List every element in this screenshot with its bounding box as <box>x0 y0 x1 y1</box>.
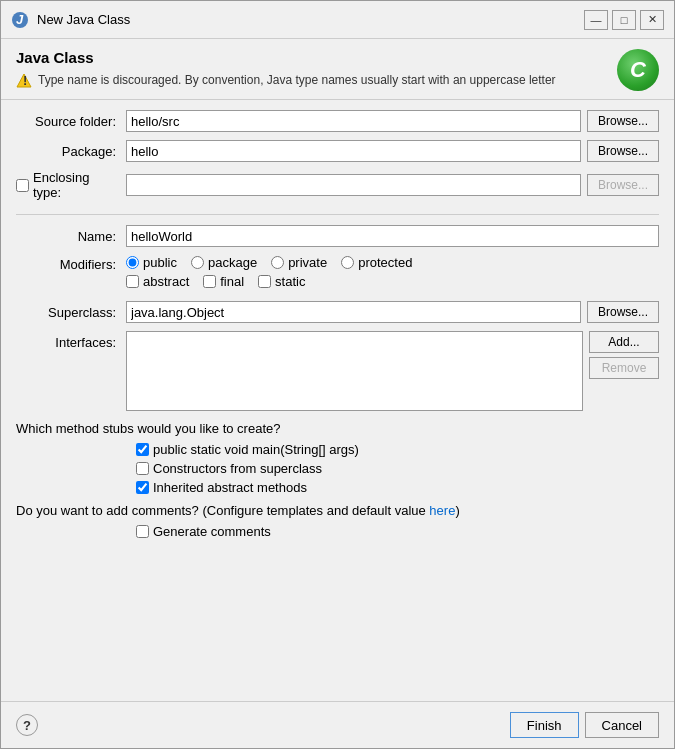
modifier-package-radio[interactable] <box>191 256 204 269</box>
modifier-abstract-checkbox[interactable] <box>126 275 139 288</box>
superclass-field: Browse... <box>126 301 659 323</box>
logo-circle: C <box>617 49 659 91</box>
source-folder-browse-button[interactable]: Browse... <box>587 110 659 132</box>
enclosing-type-checkbox-label[interactable]: Enclosing type: <box>16 170 116 200</box>
stub-constructors-label[interactable]: Constructors from superclass <box>136 461 659 476</box>
stub-main-text: public static void main(String[] args) <box>153 442 359 457</box>
modifier-abstract-label[interactable]: abstract <box>126 274 189 289</box>
stub-inherited-checkbox[interactable] <box>136 481 149 494</box>
modifier-package-label[interactable]: package <box>191 255 257 270</box>
footer-left: ? <box>16 714 38 736</box>
modifier-public-text: public <box>143 255 177 270</box>
modifier-private-label[interactable]: private <box>271 255 327 270</box>
svg-text:J: J <box>16 12 24 27</box>
stub-constructors-text: Constructors from superclass <box>153 461 322 476</box>
stubs-section: Which method stubs would you like to cre… <box>16 421 659 495</box>
cancel-button[interactable]: Cancel <box>585 712 659 738</box>
comments-question-text: Do you want to add comments? (Configure … <box>16 503 429 518</box>
generate-comments-checkbox[interactable] <box>136 525 149 538</box>
dialog-header: Java Class ! Type name is discouraged. B… <box>1 39 674 100</box>
modifiers-row: Modifiers: public package private <box>16 255 659 293</box>
modifier-private-text: private <box>288 255 327 270</box>
minimize-button[interactable]: — <box>584 10 608 30</box>
comments-options: Generate comments <box>16 524 659 539</box>
modifier-private-radio[interactable] <box>271 256 284 269</box>
footer-right: Finish Cancel <box>510 712 659 738</box>
modifier-line-2: abstract final static <box>126 274 659 289</box>
modifier-static-checkbox[interactable] <box>258 275 271 288</box>
title-bar-controls: — □ ✕ <box>584 10 664 30</box>
interfaces-buttons: Add... Remove <box>589 331 659 379</box>
enclosing-type-field: Browse... <box>126 174 659 196</box>
enclosing-type-input[interactable] <box>126 174 581 196</box>
superclass-browse-button[interactable]: Browse... <box>587 301 659 323</box>
modifier-protected-radio[interactable] <box>341 256 354 269</box>
source-folder-row: Source folder: Browse... <box>16 110 659 132</box>
enclosing-label-area: Enclosing type: <box>16 170 126 200</box>
enclosing-type-checkbox[interactable] <box>16 179 29 192</box>
enclosing-type-browse-button[interactable]: Browse... <box>587 174 659 196</box>
dialog-footer: ? Finish Cancel <box>1 701 674 748</box>
modifier-abstract-text: abstract <box>143 274 189 289</box>
interfaces-field: Add... Remove <box>126 331 659 411</box>
dialog-title: Java Class <box>16 49 609 66</box>
stub-main-label[interactable]: public static void main(String[] args) <box>136 442 659 457</box>
dialog-header-left: Java Class ! Type name is discouraged. B… <box>16 49 609 89</box>
interfaces-label: Interfaces: <box>16 331 126 350</box>
warning-row: ! Type name is discouraged. By conventio… <box>16 72 609 89</box>
modifier-final-label[interactable]: final <box>203 274 244 289</box>
modifier-static-text: static <box>275 274 305 289</box>
modifier-package-text: package <box>208 255 257 270</box>
modifier-public-radio[interactable] <box>126 256 139 269</box>
modifier-final-text: final <box>220 274 244 289</box>
title-bar: J New Java Class — □ ✕ <box>1 1 674 39</box>
modifiers-content: public package private protected <box>126 255 659 293</box>
modifier-public-label[interactable]: public <box>126 255 177 270</box>
comments-here-link[interactable]: here <box>429 503 455 518</box>
interfaces-box <box>126 331 583 411</box>
help-button[interactable]: ? <box>16 714 38 736</box>
interfaces-add-button[interactable]: Add... <box>589 331 659 353</box>
modifier-protected-label[interactable]: protected <box>341 255 412 270</box>
package-input[interactable] <box>126 140 581 162</box>
generate-comments-text: Generate comments <box>153 524 271 539</box>
dialog-header-right: C <box>609 49 659 91</box>
name-row: Name: <box>16 225 659 247</box>
name-input[interactable] <box>126 225 659 247</box>
generate-comments-label[interactable]: Generate comments <box>136 524 659 539</box>
interfaces-row: Interfaces: Add... Remove <box>16 331 659 411</box>
title-bar-text: New Java Class <box>37 12 130 27</box>
source-folder-input[interactable] <box>126 110 581 132</box>
separator-1 <box>16 214 659 215</box>
package-browse-button[interactable]: Browse... <box>587 140 659 162</box>
modifier-final-checkbox[interactable] <box>203 275 216 288</box>
stub-main-checkbox[interactable] <box>136 443 149 456</box>
finish-button[interactable]: Finish <box>510 712 579 738</box>
close-button[interactable]: ✕ <box>640 10 664 30</box>
stub-inherited-label[interactable]: Inherited abstract methods <box>136 480 659 495</box>
stub-constructors-checkbox[interactable] <box>136 462 149 475</box>
source-folder-label: Source folder: <box>16 114 126 129</box>
enclosing-type-row: Enclosing type: Browse... <box>16 170 659 200</box>
comments-question: Do you want to add comments? (Configure … <box>16 503 659 518</box>
superclass-row: Superclass: Browse... <box>16 301 659 323</box>
name-label: Name: <box>16 229 126 244</box>
svg-text:!: ! <box>23 73 27 88</box>
warning-icon: ! <box>16 73 32 89</box>
new-java-class-dialog: J New Java Class — □ ✕ Java Class ! Type… <box>0 0 675 749</box>
stub-inherited-text: Inherited abstract methods <box>153 480 307 495</box>
stubs-options: public static void main(String[] args) C… <box>16 442 659 495</box>
modifier-line-1: public package private protected <box>126 255 659 270</box>
package-row: Package: Browse... <box>16 140 659 162</box>
comments-section: Do you want to add comments? (Configure … <box>16 503 659 539</box>
interfaces-remove-button[interactable]: Remove <box>589 357 659 379</box>
modifier-static-label[interactable]: static <box>258 274 305 289</box>
warning-text: Type name is discouraged. By convention,… <box>38 72 556 89</box>
comments-question-end: ) <box>455 503 459 518</box>
name-field <box>126 225 659 247</box>
superclass-input[interactable] <box>126 301 581 323</box>
maximize-button[interactable]: □ <box>612 10 636 30</box>
package-label: Package: <box>16 144 126 159</box>
dialog-body: Source folder: Browse... Package: Browse… <box>1 100 674 701</box>
modifiers-label: Modifiers: <box>16 255 126 272</box>
